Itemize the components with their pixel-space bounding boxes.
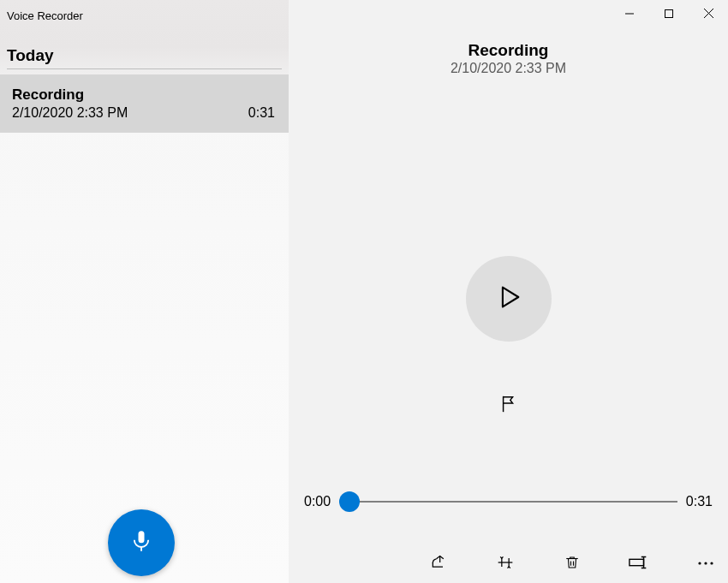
flag-icon [499, 395, 518, 417]
minimize-icon [625, 6, 634, 21]
share-icon [429, 554, 448, 574]
maximize-button[interactable] [649, 0, 689, 27]
svg-rect-0 [139, 531, 145, 543]
detail-header: Recording 2/10/2020 2:33 PM [289, 41, 728, 76]
section-header-today: Today [0, 46, 289, 68]
svg-rect-3 [665, 10, 673, 18]
trim-button[interactable] [492, 550, 519, 578]
recording-name: Recording [12, 86, 275, 104]
share-button[interactable] [425, 550, 452, 578]
svg-point-15 [698, 562, 701, 564]
playback-progress: 0:00 0:31 [289, 493, 728, 510]
close-icon [704, 6, 713, 21]
record-button[interactable] [108, 509, 175, 576]
more-button[interactable] [692, 550, 719, 578]
section-divider [7, 68, 282, 69]
rename-button[interactable] [625, 550, 653, 578]
more-icon [697, 556, 714, 572]
detail-timestamp: 2/10/2020 2:33 PM [289, 61, 728, 76]
trash-icon [564, 554, 580, 574]
delete-button[interactable] [558, 550, 586, 578]
detail-title: Recording [289, 41, 728, 60]
recording-duration: 0:31 [248, 105, 275, 121]
svg-rect-13 [630, 559, 644, 565]
rename-icon [629, 555, 649, 574]
recording-list: Recording 2/10/2020 2:33 PM 0:31 [0, 74, 289, 583]
detail-toolbar [425, 550, 719, 578]
svg-point-17 [710, 562, 713, 564]
play-icon [494, 283, 523, 315]
svg-point-16 [704, 562, 707, 564]
add-marker-button[interactable] [492, 389, 526, 423]
trim-icon [496, 554, 515, 574]
seek-slider[interactable] [339, 493, 677, 510]
microphone-icon [129, 529, 153, 556]
window-controls [610, 0, 728, 27]
seek-thumb[interactable] [339, 491, 360, 512]
current-time: 0:00 [304, 494, 331, 509]
main-panel: Recording 2/10/2020 2:33 PM 0:00 0:31 [289, 0, 728, 583]
minimize-button[interactable] [610, 0, 649, 27]
close-button[interactable] [689, 0, 728, 27]
svg-marker-6 [502, 288, 517, 307]
sidebar: Voice Recorder Today Recording 2/10/2020… [0, 0, 289, 583]
recording-timestamp: 2/10/2020 2:33 PM [12, 105, 128, 121]
recording-list-item[interactable]: Recording 2/10/2020 2:33 PM 0:31 [0, 74, 289, 133]
app-title: Voice Recorder [0, 0, 289, 22]
play-button[interactable] [466, 256, 552, 342]
seek-track [339, 501, 677, 503]
total-time: 0:31 [686, 494, 713, 509]
maximize-icon [665, 6, 673, 21]
